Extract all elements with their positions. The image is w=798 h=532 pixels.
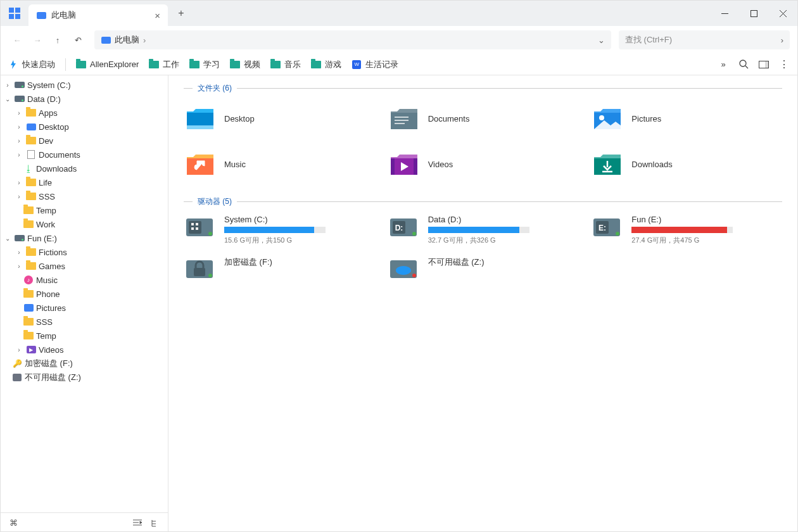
tree-sss[interactable]: ›SSS bbox=[1, 189, 168, 203]
folder-icon bbox=[26, 108, 36, 118]
tree-fictions[interactable]: ›Fictions bbox=[1, 245, 168, 259]
chevron-right-icon[interactable]: › bbox=[781, 35, 783, 45]
tree-pictures[interactable]: Pictures bbox=[1, 301, 168, 315]
svg-rect-3 bbox=[15, 14, 20, 19]
folder-label: Pictures bbox=[631, 114, 661, 124]
tree-apps[interactable]: ›Apps bbox=[1, 106, 168, 120]
chevron-right-icon[interactable]: › bbox=[15, 346, 23, 353]
drive-fun-e[interactable]: E: Fun (E:) 27.4 G可用，共475 G bbox=[591, 215, 782, 245]
drives-section-header[interactable]: 驱动器 (5) bbox=[184, 196, 782, 207]
folders-section-header[interactable]: 文件夹 (6) bbox=[184, 83, 782, 94]
bookmark-work[interactable]: 工作 bbox=[149, 59, 179, 70]
up-button[interactable]: ↑ bbox=[49, 31, 66, 49]
maximize-button[interactable] bbox=[739, 1, 768, 26]
chevron-right-icon[interactable]: › bbox=[3, 82, 12, 89]
chevron-right-icon[interactable]: › bbox=[15, 193, 23, 200]
bookmark-video[interactable]: 视频 bbox=[230, 59, 260, 70]
quick-launch[interactable]: 快速启动 bbox=[8, 59, 55, 70]
tree-encrypted-f[interactable]: 🔑加密磁盘 (F:) bbox=[1, 357, 168, 370]
folder-desktop[interactable]: Desktop bbox=[184, 101, 375, 136]
tree-life[interactable]: ›Life bbox=[1, 175, 168, 189]
bookmark-life[interactable]: W生活记录 bbox=[352, 59, 398, 70]
svg-point-41 bbox=[396, 266, 411, 275]
disk-icon: E: bbox=[591, 215, 624, 241]
tree-downloads[interactable]: ⭳Downloads bbox=[1, 162, 168, 175]
tree-system-c[interactable]: ›System (C:) bbox=[1, 78, 168, 92]
address-bar[interactable]: 此电脑 › ⌄ bbox=[94, 30, 611, 49]
chevron-right-icon[interactable]: › bbox=[15, 110, 23, 117]
address-path: 此电脑 bbox=[115, 34, 139, 46]
disk-icon bbox=[15, 80, 25, 90]
tree-phone[interactable]: Phone bbox=[1, 287, 168, 301]
forward-button[interactable]: → bbox=[28, 31, 46, 49]
tree-work[interactable]: Work bbox=[1, 217, 168, 231]
chevron-right-icon: › bbox=[143, 35, 146, 45]
tab-close-button[interactable]: × bbox=[155, 10, 160, 21]
bookmark-music[interactable]: 音乐 bbox=[270, 59, 301, 70]
overflow-chevron-icon[interactable]: » bbox=[718, 59, 729, 70]
folder-documents[interactable]: Documents bbox=[388, 101, 579, 136]
chevron-right-icon[interactable]: › bbox=[15, 249, 23, 256]
drive-unavailable-z[interactable]: 不可用磁盘 (Z:) bbox=[388, 256, 579, 283]
folder-label: Videos bbox=[428, 160, 453, 169]
search-input[interactable]: 查找 (Ctrl+F) › bbox=[619, 30, 790, 49]
search-icon[interactable] bbox=[738, 59, 749, 70]
monitor-icon bbox=[26, 122, 36, 132]
close-button[interactable] bbox=[768, 1, 797, 26]
tree-label: Temp bbox=[36, 331, 56, 341]
folder-downloads[interactable]: Downloads bbox=[591, 147, 782, 181]
chevron-right-icon[interactable]: › bbox=[15, 263, 23, 270]
drive-name: System (C:) bbox=[224, 215, 375, 224]
minimize-button[interactable] bbox=[710, 1, 739, 26]
tab-this-pc[interactable]: 此电脑 × bbox=[28, 4, 168, 26]
tree-icon[interactable] bbox=[149, 517, 162, 529]
folder-icon bbox=[26, 247, 36, 257]
key-icon: 🔑 bbox=[12, 358, 22, 369]
back-button[interactable]: ← bbox=[8, 31, 26, 49]
undo-button[interactable]: ↶ bbox=[69, 31, 87, 49]
tree-fun-e[interactable]: ⌄Fun (E:) bbox=[1, 231, 168, 245]
drive-data-d[interactable]: D: Data (D:) 32.7 G可用，共326 G bbox=[388, 215, 579, 245]
music-icon bbox=[184, 149, 217, 179]
svg-rect-1 bbox=[15, 8, 20, 13]
tree-temp[interactable]: Temp bbox=[1, 203, 168, 217]
chevron-right-icon[interactable]: › bbox=[15, 124, 23, 130]
address-dropdown[interactable]: ⌄ bbox=[598, 35, 605, 45]
folder-pictures[interactable]: Pictures bbox=[591, 101, 782, 136]
panel-icon[interactable] bbox=[758, 59, 770, 70]
folder-music[interactable]: Music bbox=[184, 147, 375, 181]
chevron-down-icon[interactable]: ⌄ bbox=[3, 96, 12, 103]
tree-sss[interactable]: SSS bbox=[1, 315, 168, 329]
tree-data-d[interactable]: ⌄Data (D:) bbox=[1, 92, 168, 106]
tree-videos[interactable]: ›▶Videos bbox=[1, 343, 168, 357]
chevron-right-icon[interactable]: › bbox=[15, 137, 23, 144]
drive-encrypted-f[interactable]: 加密磁盘 (F:) bbox=[184, 256, 375, 283]
start-button[interactable] bbox=[1, 1, 28, 26]
bookmark-study[interactable]: 学习 bbox=[189, 59, 220, 70]
bookmark-game[interactable]: 游戏 bbox=[311, 59, 341, 70]
bookmark-allenexplorer[interactable]: AllenExplorer bbox=[76, 60, 139, 70]
tree-music[interactable]: ♪Music bbox=[1, 273, 168, 287]
tree-desktop[interactable]: ›Desktop bbox=[1, 120, 168, 134]
chevron-down-icon[interactable]: ⌄ bbox=[3, 235, 12, 242]
folder-videos[interactable]: Videos bbox=[388, 147, 579, 181]
drive-usage-bar bbox=[224, 227, 326, 233]
drive-system-c[interactable]: System (C:) 15.6 G可用，共150 G bbox=[184, 215, 375, 245]
pictures-icon bbox=[23, 303, 34, 313]
indent-icon[interactable] bbox=[131, 517, 144, 529]
tree-label: Fictions bbox=[39, 248, 67, 257]
bookmark-label: 工作 bbox=[163, 59, 179, 70]
chevron-right-icon[interactable]: › bbox=[15, 179, 23, 186]
more-icon[interactable]: ⋮ bbox=[778, 59, 790, 70]
command-icon[interactable]: ⌘ bbox=[7, 517, 20, 529]
download-icon: ⭳ bbox=[23, 163, 34, 174]
tree-temp[interactable]: Temp bbox=[1, 329, 168, 343]
chevron-right-icon[interactable]: › bbox=[15, 151, 23, 158]
tree-dev[interactable]: ›Dev bbox=[1, 134, 168, 148]
new-tab-button[interactable]: + bbox=[170, 3, 192, 24]
tree-unavailable-z[interactable]: 不可用磁盘 (Z:) bbox=[1, 370, 168, 384]
tree-documents[interactable]: ›Documents bbox=[1, 148, 168, 162]
tree-label: Videos bbox=[39, 345, 64, 355]
folder-icon bbox=[23, 219, 34, 229]
tree-games[interactable]: ›Games bbox=[1, 259, 168, 273]
